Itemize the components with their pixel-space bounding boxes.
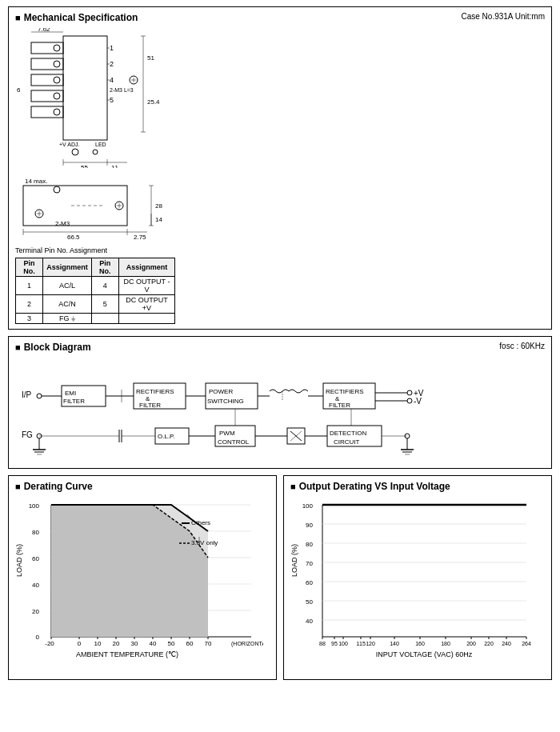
svg-text:0: 0 <box>78 640 82 647</box>
svg-rect-9 <box>31 106 63 118</box>
svg-text:95: 95 <box>331 641 338 646</box>
block-diagram-section: Block Diagram fosc : 60KHz I/P EMI FILTE… <box>8 336 552 469</box>
svg-text:-V: -V <box>414 397 422 406</box>
ip-label: I/P <box>22 390 32 399</box>
svg-rect-0 <box>63 36 107 140</box>
pin-table: Pin No. Assignment Pin No. Assignment 1 … <box>15 258 175 324</box>
svg-text:66.5: 66.5 <box>67 234 80 241</box>
svg-text:240: 240 <box>502 641 511 646</box>
mechanical-side-drawing: 14 max. 2-M3 <box>15 170 175 242</box>
col-pin-no-2: Pin No. <box>91 258 118 277</box>
svg-text:DETECTION: DETECTION <box>330 430 366 437</box>
svg-point-48 <box>54 186 60 193</box>
svg-text:(HORIZONTAL): (HORIZONTAL) <box>231 641 263 647</box>
mechanical-top-drawing: 1 2 4 2-M3 L=3 5 7.62 6 <box>15 28 175 168</box>
block-diagram-title: Block Diagram <box>15 342 545 353</box>
fosc-label: fosc : 60KHz <box>499 342 545 350</box>
page: Mechanical Specification Case No.931A Un… <box>0 0 560 686</box>
svg-text:88: 88 <box>319 641 326 646</box>
svg-text:LOAD (%): LOAD (%) <box>15 544 23 577</box>
svg-text:PWM: PWM <box>219 430 235 437</box>
mechanical-specification-section: Mechanical Specification Case No.931A Un… <box>8 6 552 330</box>
svg-text:O.L.P.: O.L.P. <box>158 433 175 440</box>
svg-text:200: 200 <box>466 641 476 646</box>
svg-text:40: 40 <box>150 640 157 647</box>
svg-text:264: 264 <box>522 641 531 646</box>
svg-text:20: 20 <box>32 608 39 615</box>
svg-rect-1 <box>31 42 63 54</box>
svg-text:CONTROL: CONTROL <box>218 438 250 446</box>
svg-text:30: 30 <box>131 640 138 647</box>
col-assignment-1: Assignment <box>43 258 92 277</box>
svg-text:60: 60 <box>186 640 194 647</box>
svg-text:RECTIFIERS: RECTIFIERS <box>136 388 174 395</box>
svg-point-6 <box>54 77 60 83</box>
svg-text:100: 100 <box>29 502 40 510</box>
svg-text:11: 11 <box>111 164 118 168</box>
svg-text:FG: FG <box>22 430 33 439</box>
table-row: 1 AC/L 4 DC OUTPUT -V <box>16 277 175 295</box>
block-diagram-svg: I/P EMI FILTER RECTIFIERS & FILTER POWER… <box>15 358 551 462</box>
svg-text:51: 51 <box>147 54 154 62</box>
svg-text:55: 55 <box>81 164 88 168</box>
terminal-section: Terminal Pin No. Assignment Pin No. Assi… <box>15 246 175 324</box>
svg-text:140: 140 <box>390 641 399 646</box>
svg-text:SWITCHING: SWITCHING <box>207 398 244 405</box>
svg-text:-20: -20 <box>45 640 54 647</box>
svg-text:4: 4 <box>110 76 114 84</box>
svg-rect-5 <box>31 74 63 86</box>
derating-curve-svg: LOAD (%) 100 80 60 40 20 0 <box>15 497 263 673</box>
svg-text:50: 50 <box>168 640 175 647</box>
svg-text:POWER: POWER <box>209 388 233 395</box>
mechanical-left: 1 2 4 2-M3 L=3 5 7.62 6 <box>15 28 175 324</box>
svg-point-8 <box>54 93 60 99</box>
derating-curve-section: Derating Curve LOAD (%) 100 80 60 <box>8 475 277 680</box>
svg-text:40: 40 <box>32 582 39 589</box>
svg-text:40: 40 <box>306 618 313 625</box>
svg-text:100: 100 <box>338 641 348 646</box>
col-pin-no-1: Pin No. <box>16 258 43 277</box>
svg-text:FILTER: FILTER <box>329 402 350 409</box>
svg-text:80: 80 <box>306 541 313 548</box>
svg-text:0: 0 <box>36 634 40 641</box>
svg-text:3.3V only: 3.3V only <box>191 539 218 546</box>
charts-row: Derating Curve LOAD (%) 100 80 60 <box>8 475 552 680</box>
svg-text:5: 5 <box>110 96 114 104</box>
col-assignment-2: Assignment <box>118 258 174 277</box>
derating-curve-title: Derating Curve <box>15 481 270 492</box>
svg-text:CIRCUIT: CIRCUIT <box>334 438 360 446</box>
svg-text:80: 80 <box>32 529 39 536</box>
svg-point-91 <box>407 390 412 395</box>
svg-text:100: 100 <box>302 502 314 510</box>
svg-text:60: 60 <box>306 579 313 586</box>
emi-filter-line1: EMI <box>65 390 76 397</box>
svg-point-10 <box>54 109 60 115</box>
svg-point-92 <box>407 398 412 403</box>
svg-text:2-M3 L=3: 2-M3 L=3 <box>110 87 134 93</box>
svg-text:LED: LED <box>95 142 106 147</box>
svg-text:25.4: 25.4 <box>147 98 160 106</box>
case-info: Case No.931A Unit:mm <box>462 12 546 21</box>
output-derating-svg: LOAD (%) 100 90 80 70 60 50 40 <box>290 497 538 673</box>
svg-text:6: 6 <box>17 86 21 94</box>
svg-text:FILTER: FILTER <box>139 402 161 409</box>
svg-text:RECTIFIERS: RECTIFIERS <box>326 388 364 395</box>
terminal-label: Terminal Pin No. Assignment <box>15 246 175 254</box>
output-derating-title: Output Derating VS Input Voltage <box>290 481 545 492</box>
svg-text:14: 14 <box>155 216 162 223</box>
svg-text:120: 120 <box>366 641 375 646</box>
svg-text:90: 90 <box>306 522 313 529</box>
svg-rect-7 <box>31 90 63 102</box>
svg-text:70: 70 <box>205 640 212 647</box>
svg-text:Others: Others <box>191 519 210 526</box>
table-row: 3 FG ⏚ <box>16 314 175 324</box>
svg-text:14 max.: 14 max. <box>25 178 47 185</box>
svg-text:28: 28 <box>155 202 162 210</box>
svg-text:10: 10 <box>94 640 102 647</box>
svg-text:+V ADJ.: +V ADJ. <box>59 142 80 147</box>
table-row: 2 AC/N 5 DC OUTPUT +V <box>16 295 175 314</box>
svg-text:220: 220 <box>484 641 494 646</box>
svg-text:180: 180 <box>441 641 450 646</box>
svg-text:1: 1 <box>110 44 114 52</box>
svg-point-4 <box>54 61 60 67</box>
